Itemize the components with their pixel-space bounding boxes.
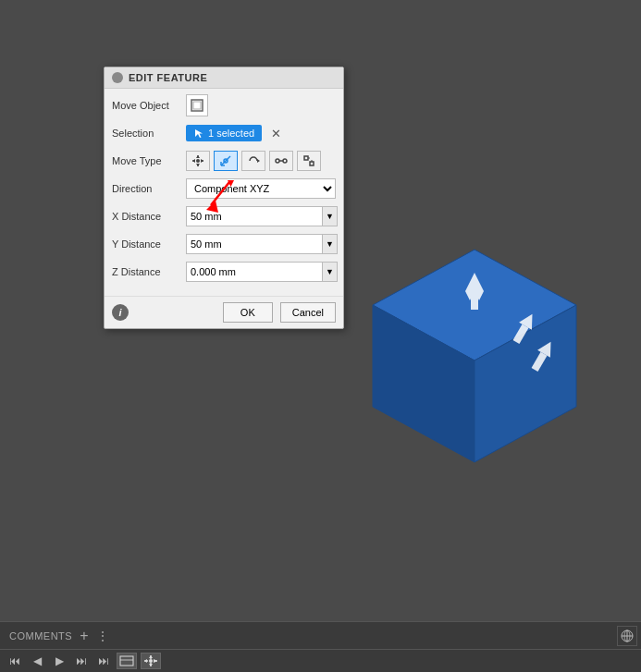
drag-handle: ⋮: [96, 629, 109, 643]
skip-forward-button[interactable]: ⏭: [94, 653, 113, 669]
z-distance-label: Z Distance: [112, 266, 186, 277]
snap-icon: [302, 154, 315, 167]
move-object-icon: [186, 94, 208, 116]
coordinate-icon[interactable]: [617, 626, 637, 646]
z-distance-content: ▼: [186, 262, 338, 282]
dialog-header: EDIT FEATURE: [105, 67, 343, 89]
selection-label: Selection: [112, 128, 186, 139]
move-object-content: [186, 94, 336, 116]
y-distance-content: ▼: [186, 234, 338, 254]
back-button[interactable]: ◀: [28, 653, 46, 669]
move-icon-box: [141, 653, 161, 669]
y-distance-wrap: ▼: [186, 234, 338, 254]
translate-icon: [191, 154, 204, 167]
comments-label: COMMENTS: [9, 630, 72, 641]
x-distance-content: ▼: [186, 206, 338, 226]
z-distance-row: Z Distance ▼: [112, 261, 336, 283]
play-button[interactable]: ▶: [50, 653, 68, 669]
move-type-path[interactable]: [269, 151, 293, 171]
svg-rect-30: [310, 162, 314, 165]
selection-row: Selection 1 selected ✕: [112, 122, 336, 144]
svg-marker-11: [195, 129, 203, 138]
svg-rect-4: [471, 291, 478, 310]
y-distance-input[interactable]: [186, 234, 323, 254]
x-distance-wrap: ▼: [186, 206, 338, 226]
x-distance-row: X Distance ▼: [112, 205, 336, 227]
z-distance-input[interactable]: [186, 262, 323, 282]
svg-marker-20: [201, 159, 203, 163]
add-comment-button[interactable]: +: [80, 628, 88, 644]
svg-point-42: [149, 659, 153, 663]
svg-marker-14: [196, 155, 200, 158]
svg-rect-29: [304, 156, 308, 160]
selection-content: 1 selected ✕: [186, 125, 336, 141]
x-distance-label: X Distance: [112, 211, 186, 222]
rotate-icon: [247, 154, 260, 167]
direction-select[interactable]: Component XYZ: [186, 178, 336, 199]
svg-marker-46: [149, 664, 153, 666]
move-type-free[interactable]: [214, 151, 238, 171]
dialog-body: Move Object Selection 1 selected: [105, 89, 343, 294]
move-type-icons: [186, 151, 321, 171]
footer-buttons: OK Cancel: [223, 302, 336, 323]
svg-point-27: [283, 159, 287, 163]
direction-label: Direction: [112, 183, 186, 194]
right-icon-bar: [617, 626, 637, 646]
y-distance-row: Y Distance ▼: [112, 233, 336, 255]
dialog-header-icon: [112, 72, 123, 83]
svg-point-26: [276, 159, 279, 163]
y-distance-label: Y Distance: [112, 238, 186, 250]
svg-marker-18: [192, 159, 195, 163]
edit-feature-dialog: EDIT FEATURE Move Object Selection: [104, 67, 344, 329]
move-type-translate[interactable]: [186, 151, 210, 171]
dialog-footer: i OK Cancel: [105, 296, 343, 328]
svg-marker-48: [144, 659, 147, 663]
x-distance-input[interactable]: [186, 206, 323, 226]
z-distance-dropdown[interactable]: ▼: [323, 262, 338, 282]
svg-rect-10: [193, 102, 201, 109]
path-icon: [275, 154, 288, 167]
y-distance-dropdown[interactable]: ▼: [323, 234, 338, 254]
svg-marker-16: [196, 164, 200, 166]
move-type-snap[interactable]: [297, 151, 321, 171]
cube-container: [364, 240, 586, 481]
direction-row: Direction Component XYZ: [112, 177, 336, 200]
move-type-row: Move Type: [112, 150, 336, 172]
move-type-label: Move Type: [112, 155, 186, 166]
z-distance-wrap: ▼: [186, 262, 338, 282]
cancel-button[interactable]: Cancel: [280, 302, 336, 323]
move-type-content: [186, 151, 336, 171]
svg-point-12: [196, 159, 200, 163]
info-icon: i: [112, 304, 129, 321]
svg-marker-50: [154, 659, 157, 663]
selection-button[interactable]: 1 selected: [186, 125, 262, 141]
x-distance-dropdown[interactable]: ▼: [323, 206, 338, 226]
skip-back-button[interactable]: ⏮: [6, 653, 24, 669]
move-object-row: Move Object: [112, 94, 336, 116]
move-object-label: Move Object: [112, 100, 186, 111]
forward-button[interactable]: ⏭: [72, 653, 91, 669]
free-move-icon: [219, 154, 232, 167]
cursor-icon: [193, 128, 204, 139]
scene-icon-box: [117, 653, 137, 669]
svg-rect-40: [120, 656, 133, 666]
move-type-rotate[interactable]: [241, 151, 265, 171]
dialog-title: EDIT FEATURE: [129, 72, 207, 83]
bottom-bar: COMMENTS + ⋮: [0, 621, 641, 649]
ok-button[interactable]: OK: [223, 302, 273, 323]
selection-clear-button[interactable]: ✕: [269, 127, 283, 141]
svg-line-21: [221, 156, 230, 165]
selection-count: 1 selected: [208, 128, 254, 139]
toolbar-bottom: ⏮ ◀ ▶ ⏭ ⏭: [0, 649, 641, 672]
svg-marker-25: [257, 159, 260, 163]
direction-content: Component XYZ: [186, 178, 336, 199]
svg-marker-44: [149, 655, 153, 658]
